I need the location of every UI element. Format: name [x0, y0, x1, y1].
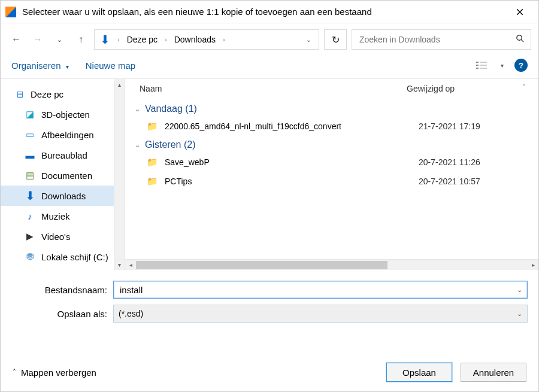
pictures-icon: ▭ [25, 129, 35, 140]
svg-rect-3 [476, 65, 479, 66]
organize-menu[interactable]: Organiseren ▾ [11, 60, 69, 71]
column-modified[interactable]: Gewijzigd op ⌄ [407, 84, 526, 93]
save-button[interactable]: Opslaan [386, 363, 452, 382]
svg-rect-6 [480, 68, 487, 69]
sort-indicator-icon: ⌄ [522, 80, 526, 87]
group-header-today[interactable]: ⌄ Vandaag (1) [132, 100, 538, 117]
chevron-down-icon: ⌄ [135, 105, 140, 113]
file-date: 20-7-2021 10:57 [419, 177, 538, 186]
tree-item-label: Downloads [41, 191, 86, 201]
view-dropdown-icon[interactable]: ▾ [501, 62, 504, 69]
tree-item-label: Muziek [41, 211, 70, 221]
file-date: 21-7-2021 17:19 [419, 121, 538, 131]
chevron-down-icon: ▾ [66, 63, 69, 70]
up-button[interactable]: ↑ [72, 31, 89, 48]
scroll-left-icon[interactable]: ◂ [125, 260, 136, 270]
column-name[interactable]: Naam [140, 84, 407, 93]
filetype-label: Opslaan als: [11, 309, 113, 319]
list-item[interactable]: 📁 22000.65_amd64_nl-nl_multi_f19ccfd6_co… [132, 117, 538, 136]
folder-icon: 📁 [147, 176, 159, 187]
title-bar: Selecteer waar u wilt opslaan, als een n… [1, 1, 538, 23]
main-area: 🖥 Deze pc ◪ 3D-objecten ▭ Afbeeldingen ▬… [1, 78, 538, 270]
tree-item-3d-objects[interactable]: ◪ 3D-objecten [1, 104, 114, 124]
tree-item-local-disk[interactable]: ⛃ Lokale schijf (C:) [1, 247, 114, 267]
scroll-right-icon[interactable]: ▸ [528, 260, 538, 270]
hide-folders-toggle[interactable]: ˄ Mappen verbergen [13, 367, 96, 378]
downloads-location-icon: ⬇ [98, 33, 111, 46]
chevron-right-icon: › [223, 36, 225, 43]
breadcrumb-dropdown-icon[interactable]: ⌄ [302, 36, 315, 44]
svg-rect-2 [480, 62, 487, 63]
chevron-down-icon[interactable]: ⌄ [517, 286, 522, 294]
search-box[interactable] [352, 29, 531, 50]
tree-item-label: Lokale schijf (C:) [41, 252, 108, 262]
column-headers: Naam Gewijzigd op ⌄ [125, 79, 538, 100]
tree-item-pictures[interactable]: ▭ Afbeeldingen [1, 124, 114, 145]
file-name: 22000.65_amd64_nl-nl_multi_f19ccfd6_conv… [165, 121, 419, 131]
svg-rect-5 [476, 68, 479, 69]
help-button[interactable]: ? [514, 59, 528, 72]
app-icon [5, 7, 16, 17]
group-label: Gisteren (2) [145, 139, 195, 150]
cube-icon: ◪ [25, 109, 35, 120]
back-button[interactable]: ← [8, 31, 25, 48]
horizontal-scrollbar[interactable]: ◂ ▸ [125, 259, 538, 270]
breadcrumb-root[interactable]: Deze pc [126, 35, 159, 44]
file-pane: Naam Gewijzigd op ⌄ ⌄ Vandaag (1) 📁 2200… [125, 79, 538, 270]
view-options-button[interactable] [473, 58, 490, 72]
chevron-down-icon[interactable]: ⌄ [517, 310, 522, 318]
search-icon[interactable] [516, 34, 525, 45]
list-item[interactable]: 📁 Save_webP 20-7-2021 11:26 [132, 153, 538, 172]
footer: ˄ Mappen verbergen Opslaan Annuleren [1, 353, 538, 391]
filetype-value: (*.esd) [119, 309, 143, 318]
tree-item-music[interactable]: ♪ Muziek [1, 206, 114, 226]
refresh-button[interactable]: ↻ [324, 29, 347, 50]
list-item[interactable]: 📁 PCTips 20-7-2021 10:57 [132, 172, 538, 191]
recent-locations-button[interactable]: ⌄ [51, 31, 68, 48]
hide-folders-label: Mappen verbergen [21, 367, 96, 378]
filename-field[interactable]: ⌄ [113, 281, 528, 299]
tree-item-label: Deze pc [31, 89, 63, 99]
svg-rect-4 [480, 65, 487, 66]
scroll-up-icon[interactable]: ▴ [114, 79, 125, 90]
tree-item-downloads[interactable]: ⬇ Downloads [1, 186, 114, 206]
sidebar-scrollbar[interactable]: ▴ ▾ [114, 79, 125, 270]
breadcrumb-bar[interactable]: ⬇ › Deze pc › Downloads › ⌄ [94, 29, 319, 50]
chevron-right-icon: › [165, 36, 167, 43]
scroll-thumb[interactable] [136, 261, 387, 269]
scroll-down-icon[interactable]: ▾ [114, 259, 125, 270]
svg-point-0 [517, 35, 522, 40]
file-name: PCTips [165, 177, 419, 186]
documents-icon: ▤ [25, 170, 35, 181]
folder-icon: 📁 [147, 157, 159, 168]
tree-item-label: 3D-objecten [41, 110, 90, 120]
tree-item-this-pc[interactable]: 🖥 Deze pc [1, 84, 114, 104]
form-area: Bestandsnaam: ⌄ Opslaan als: (*.esd) ⌄ [1, 270, 538, 323]
filename-label: Bestandsnaam: [11, 285, 113, 295]
filename-input[interactable] [119, 284, 522, 296]
window-title: Selecteer waar u wilt opslaan, als een n… [22, 7, 506, 17]
column-modified-label: Gewijzigd op [407, 84, 455, 93]
group-header-yesterday[interactable]: ⌄ Gisteren (2) [132, 136, 538, 153]
cancel-button[interactable]: Annuleren [461, 363, 526, 382]
chevron-up-icon: ˄ [13, 368, 16, 376]
tree-item-videos[interactable]: ▶ Video's [1, 226, 114, 247]
filetype-combo[interactable]: (*.esd) ⌄ [113, 305, 528, 323]
new-folder-button[interactable]: Nieuwe map [86, 60, 135, 71]
tree-item-label: Bureaublad [41, 150, 87, 160]
disk-icon: ⛃ [25, 251, 35, 262]
file-date: 20-7-2021 11:26 [419, 157, 538, 167]
downloads-icon: ⬇ [25, 190, 35, 201]
svg-rect-1 [476, 62, 479, 63]
forward-button[interactable]: → [29, 31, 46, 48]
file-list: ⌄ Vandaag (1) 📁 22000.65_amd64_nl-nl_mul… [125, 100, 538, 259]
search-input[interactable] [358, 34, 516, 45]
tree-item-desktop[interactable]: ▬ Bureaublad [1, 145, 114, 165]
video-icon: ▶ [25, 231, 35, 242]
tree-item-documents[interactable]: ▤ Documenten [1, 165, 114, 186]
music-icon: ♪ [25, 211, 35, 221]
chevron-right-icon: › [117, 36, 120, 43]
close-button[interactable] [506, 1, 534, 23]
group-label: Vandaag (1) [145, 104, 197, 114]
breadcrumb-folder[interactable]: Downloads [173, 35, 217, 44]
